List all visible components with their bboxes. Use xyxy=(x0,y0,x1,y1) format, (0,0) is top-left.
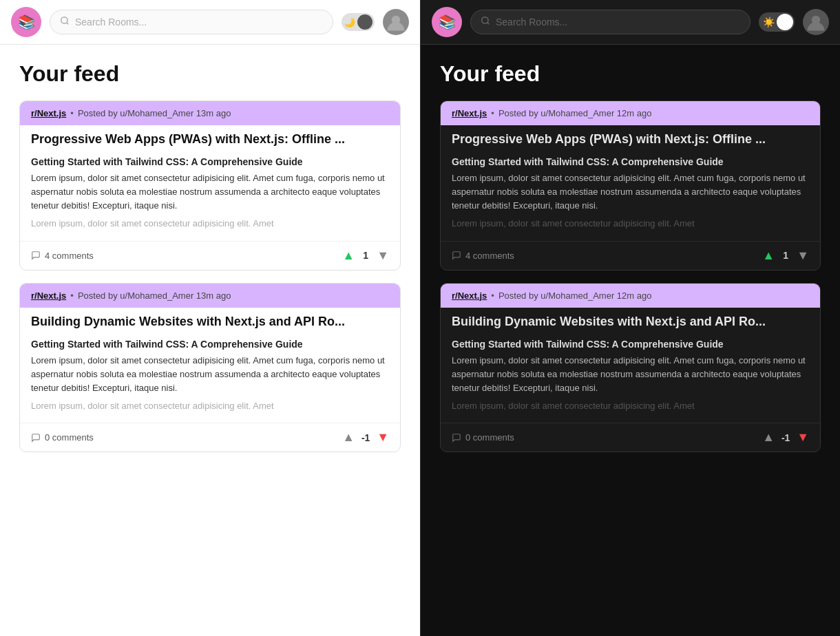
feed-card-2-light: r/Next.js • Posted by u/Mohamed_Amer 13m… xyxy=(19,283,401,453)
content-dark: Your feed r/Next.js • Posted by u/Mohame… xyxy=(421,45,840,636)
post-meta-1-light: Posted by u/Mohamed_Amer 13m ago xyxy=(78,108,231,118)
card-subtitle-1-light: Getting Started with Tailwind CSS: A Com… xyxy=(31,156,389,167)
logo-dark[interactable]: 📚 xyxy=(432,7,462,37)
card-body-1-dark: Getting Started with Tailwind CSS: A Com… xyxy=(441,151,820,241)
card-body-1-light: Getting Started with Tailwind CSS: A Com… xyxy=(20,151,400,241)
search-input-dark[interactable] xyxy=(496,17,740,28)
card-header-1-dark: r/Next.js • Posted by u/Mohamed_Amer 12m… xyxy=(441,101,820,125)
post-meta-1-dark: Posted by u/Mohamed_Amer 12m ago xyxy=(498,108,652,118)
downvote-btn-2-dark[interactable]: ▼ xyxy=(797,430,809,445)
theme-toggle-light[interactable]: 🌙 xyxy=(342,13,375,31)
upvote-btn-2-dark[interactable]: ▲ xyxy=(762,430,775,445)
feed-card-2-dark: r/Next.js • Posted by u/Mohamed_Amer 12m… xyxy=(440,283,821,453)
card-subtitle-1-dark: Getting Started with Tailwind CSS: A Com… xyxy=(452,156,809,167)
card-header-1-light: r/Next.js • Posted by u/Mohamed_Amer 13m… xyxy=(20,101,400,125)
search-icon xyxy=(60,16,70,28)
avatar-dark[interactable] xyxy=(803,9,829,35)
upvote-btn-1-light[interactable]: ▲ xyxy=(342,248,355,263)
svg-line-1 xyxy=(67,23,69,25)
card-subtitle-2-dark: Getting Started with Tailwind CSS: A Com… xyxy=(452,339,809,350)
card-body-2-dark: Getting Started with Tailwind CSS: A Com… xyxy=(441,333,820,423)
card-title-1-light[interactable]: Progressive Web Apps (PWAs) with Next.js… xyxy=(20,125,400,151)
search-icon-dark xyxy=(481,16,490,28)
search-bar-light[interactable] xyxy=(50,10,333,34)
content-light: Your feed r/Next.js • Posted by u/Mohame… xyxy=(0,45,420,636)
comment-icon-2-dark xyxy=(452,433,461,443)
comment-icon-1-light xyxy=(31,251,41,260)
comment-count-2-dark: 0 comments xyxy=(465,432,514,443)
vote-section-2-light: ▲ -1 ▼ xyxy=(342,430,389,445)
logo-icon: 📚 xyxy=(18,14,35,30)
post-meta-2-light: Posted by u/Mohamed_Amer 13m ago xyxy=(78,290,231,301)
card-text-faded-2-dark: Lorem ipsum, dolor sit amet consectetur … xyxy=(452,399,809,413)
vote-section-2-dark: ▲ -1 ▼ xyxy=(762,430,809,445)
search-input-light[interactable] xyxy=(75,17,323,28)
logo-light[interactable]: 📚 xyxy=(11,7,41,37)
card-text-2-dark: Lorem ipsum, dolor sit amet consectetur … xyxy=(452,354,809,395)
card-text-faded-1-light: Lorem ipsum, dolor sit amet consectetur … xyxy=(31,217,389,231)
card-subtitle-2-light: Getting Started with Tailwind CSS: A Com… xyxy=(31,339,389,350)
upvote-btn-2-light[interactable]: ▲ xyxy=(342,430,355,445)
comments-1-dark[interactable]: 4 comments xyxy=(452,251,754,261)
card-text-faded-1-dark: Lorem ipsum, dolor sit amet consectetur … xyxy=(452,217,809,231)
downvote-btn-2-light[interactable]: ▼ xyxy=(377,430,389,445)
avatar-light[interactable] xyxy=(383,9,409,35)
card-text-2-light: Lorem ipsum, dolor sit amet consectetur … xyxy=(31,354,389,395)
card-title-2-dark[interactable]: Building Dynamic Websites with Next.js a… xyxy=(441,308,820,333)
dot-1-light: • xyxy=(70,108,74,118)
vote-count-2-dark: -1 xyxy=(780,432,791,443)
card-text-faded-2-light: Lorem ipsum, dolor sit amet consectetur … xyxy=(31,399,389,413)
post-meta-2-dark: Posted by u/Mohamed_Amer 12m ago xyxy=(498,290,652,301)
card-footer-1-light: 4 comments ▲ 1 ▼ xyxy=(20,241,400,270)
card-footer-2-light: 0 comments ▲ -1 ▼ xyxy=(20,423,400,452)
subreddit-link-1-dark[interactable]: r/Next.js xyxy=(452,108,487,118)
vote-count-2-light: -1 xyxy=(360,432,371,443)
dot-2-dark: • xyxy=(491,290,494,301)
subreddit-link-2-dark[interactable]: r/Next.js xyxy=(452,290,487,301)
downvote-btn-1-light[interactable]: ▼ xyxy=(377,248,389,263)
upvote-btn-1-dark[interactable]: ▲ xyxy=(762,248,775,263)
header-dark: 📚 ☀️ xyxy=(421,0,840,45)
dot-2-light: • xyxy=(70,290,74,301)
page-title-dark: Your feed xyxy=(440,61,821,87)
theme-toggle-dark[interactable]: ☀️ xyxy=(759,12,795,32)
comments-2-dark[interactable]: 0 comments xyxy=(452,432,754,443)
page-title-light: Your feed xyxy=(19,61,401,87)
search-bar-dark[interactable] xyxy=(470,10,750,34)
comment-count-1-dark: 4 comments xyxy=(465,251,514,261)
vote-section-1-dark: ▲ 1 ▼ xyxy=(762,248,809,263)
dark-panel: 📚 ☀️ Your feed xyxy=(420,0,840,636)
comment-count-1-light: 4 comments xyxy=(45,251,94,261)
downvote-btn-1-dark[interactable]: ▼ xyxy=(797,248,809,263)
feed-card-1-light: r/Next.js • Posted by u/Mohamed_Amer 13m… xyxy=(19,100,401,271)
vote-count-1-light: 1 xyxy=(360,250,371,261)
subreddit-link-1-light[interactable]: r/Next.js xyxy=(31,108,66,118)
header-light: 📚 🌙 xyxy=(0,0,420,45)
comment-icon-2-light xyxy=(31,433,41,443)
feed-card-1-dark: r/Next.js • Posted by u/Mohamed_Amer 12m… xyxy=(440,100,821,271)
light-panel: 📚 🌙 Your feed xyxy=(0,0,420,636)
logo-icon-dark: 📚 xyxy=(439,14,456,30)
card-header-2-light: r/Next.js • Posted by u/Mohamed_Amer 13m… xyxy=(20,284,400,308)
svg-line-4 xyxy=(487,23,490,25)
card-body-2-light: Getting Started with Tailwind CSS: A Com… xyxy=(20,333,400,423)
card-footer-2-dark: 0 comments ▲ -1 ▼ xyxy=(441,423,820,452)
svg-point-3 xyxy=(482,17,488,23)
card-text-1-light: Lorem ipsum, dolor sit amet consectetur … xyxy=(31,171,389,213)
sun-icon: ☀️ xyxy=(763,17,775,28)
svg-point-0 xyxy=(61,17,67,23)
card-footer-1-dark: 4 comments ▲ 1 ▼ xyxy=(441,241,820,270)
card-title-1-dark[interactable]: Progressive Web Apps (PWAs) with Next.js… xyxy=(441,125,820,151)
comment-count-2-light: 0 comments xyxy=(45,432,94,443)
card-header-2-dark: r/Next.js • Posted by u/Mohamed_Amer 12m… xyxy=(441,284,820,308)
subreddit-link-2-light[interactable]: r/Next.js xyxy=(31,290,66,301)
card-title-2-light[interactable]: Building Dynamic Websites with Next.js a… xyxy=(20,308,400,333)
vote-count-1-dark: 1 xyxy=(780,250,791,261)
comments-1-light[interactable]: 4 comments xyxy=(31,251,334,261)
comments-2-light[interactable]: 0 comments xyxy=(31,432,334,443)
comment-icon-1-dark xyxy=(452,251,461,260)
card-text-1-dark: Lorem ipsum, dolor sit amet consectetur … xyxy=(452,171,809,213)
dot-1-dark: • xyxy=(491,108,494,118)
vote-section-1-light: ▲ 1 ▼ xyxy=(342,248,389,263)
